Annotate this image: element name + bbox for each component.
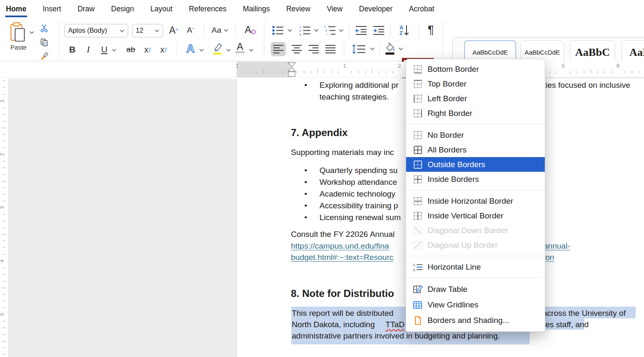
menu-item-diagonal-down-border: Diagonal Down Border — [406, 223, 545, 238]
menu-item-view-gridlines[interactable]: View Gridlines — [406, 297, 545, 312]
document-text[interactable]: • — [304, 176, 307, 188]
border-inside-horizontal-icon — [413, 196, 423, 206]
border-none-icon — [413, 130, 423, 140]
document-text[interactable]: Supporting materials may inc — [291, 147, 394, 158]
svg-text:A: A — [413, 268, 415, 272]
menu-item-label: Right Border — [428, 109, 472, 118]
document-text[interactable]: ties focused on inclusive — [544, 79, 630, 91]
document-text[interactable]: teaching strategies. — [319, 91, 389, 102]
menu-item-inside-borders[interactable]: Inside Borders — [406, 172, 545, 186]
menu-item-label: Diagonal Up Border — [428, 241, 498, 250]
border-top-icon — [413, 79, 423, 89]
document-text[interactable]: administrative partners involved in budg… — [292, 330, 500, 341]
menu-item-label: Outside Borders — [428, 160, 485, 169]
menu-separator — [406, 190, 545, 190]
menu-item-bottom-border[interactable]: Bottom Border — [406, 62, 545, 76]
document-text[interactable]: Workshop attendance — [319, 176, 397, 188]
document-heading[interactable]: 7. Appendix — [291, 126, 348, 139]
document-text[interactable]: North Dakota, including — [292, 319, 377, 330]
indent-markers[interactable] — [286, 62, 298, 78]
menu-item-outside-borders[interactable]: Outside Borders — [406, 157, 545, 172]
border-right-icon — [413, 108, 423, 118]
menu-item-top-border[interactable]: Top Border — [406, 76, 545, 91]
menu-item-left-border[interactable]: Left Border — [406, 91, 545, 106]
draw-table-icon — [413, 284, 423, 294]
word-window: HomeInsertDrawDesignLayoutReferencesMail… — [0, 0, 644, 357]
menu-separator — [406, 124, 545, 124]
menu-item-label: Inside Vertical Border — [428, 211, 504, 220]
document-hyperlink[interactable]: annual- — [544, 240, 570, 252]
menu-item-label: Bottom Border — [428, 65, 479, 74]
menu-item-label: Inside Horizontal Border — [428, 197, 513, 206]
document-text[interactable]: Quarterly spending su — [319, 165, 398, 176]
document-heading[interactable]: 8. Note for Distributio — [291, 287, 394, 300]
document-text[interactable]: TTaD — [385, 319, 404, 330]
document-text[interactable]: • — [304, 188, 307, 200]
menu-item-label: View Gridlines — [428, 300, 478, 310]
menu-item-label: Horizontal Line — [428, 262, 481, 272]
hanging-indent-marker — [288, 67, 296, 71]
border-inside-icon — [413, 174, 423, 184]
menu-item-all-borders[interactable]: All Borders — [406, 142, 545, 157]
document-text[interactable]: • — [304, 212, 307, 223]
document-text[interactable]: Academic technology — [319, 188, 396, 200]
menu-item-no-border[interactable]: No Border — [406, 128, 545, 142]
document-text[interactable]: This report will be distributed — [292, 307, 393, 319]
document-text[interactable]: Exploring additional pr — [319, 79, 399, 91]
border-left-icon — [413, 94, 423, 104]
menu-item-label: Diagonal Down Border — [428, 226, 508, 235]
horizontal-line-icon: A A — [413, 262, 423, 272]
border-diagonal-up-icon — [413, 240, 423, 250]
menu-item-label: Inside Borders — [428, 175, 479, 184]
borders-shading-icon — [413, 315, 423, 326]
menu-separator — [406, 278, 545, 278]
menu-item-label: Left Border — [428, 94, 467, 103]
menu-item-label: All Borders — [428, 145, 467, 155]
border-inside-vertical-icon — [413, 211, 423, 221]
first-line-indent-marker — [288, 63, 296, 67]
menu-item-right-border[interactable]: Right Border — [406, 106, 545, 121]
border-outside-icon — [413, 160, 423, 170]
document-text[interactable]: Consult the FY 22026 Annual — [291, 228, 395, 240]
left-indent-marker — [288, 72, 295, 76]
view-gridlines-icon — [413, 300, 423, 310]
border-all-icon — [413, 145, 423, 155]
menu-item-horizontal-line[interactable]: A A Horizontal Line — [406, 260, 545, 274]
document-text[interactable]: Accessibility training p — [319, 200, 398, 211]
menu-separator — [406, 256, 545, 256]
menu-item-diagonal-up-border: Diagonal Up Border — [406, 238, 545, 252]
document-text[interactable]: • — [304, 79, 307, 91]
menu-item-label: No Border — [428, 131, 464, 140]
document-text[interactable]: • — [304, 200, 307, 211]
menu-item-label: Top Border — [428, 79, 467, 89]
document-hyperlink[interactable]: budget.html#:~:text=Resourc — [291, 252, 393, 263]
document-hyperlink[interactable]: https://campus.und.edu/fina — [291, 240, 389, 252]
menu-item-label: Borders and Shading... — [428, 316, 509, 325]
document-text[interactable]: ies staff, and — [544, 319, 589, 330]
document-text[interactable]: Licensing renewal sum — [319, 212, 401, 223]
border-diagonal-down-icon — [413, 226, 423, 236]
borders-dropdown-menu: Bottom BorderTop BorderLeft BorderRight … — [406, 59, 545, 332]
menu-item-borders-and-shading[interactable]: Borders and Shading... — [406, 312, 545, 328]
border-bottom-icon — [413, 64, 423, 74]
menu-item-inside-vertical-border[interactable]: Inside Vertical Border — [406, 208, 545, 223]
document-page[interactable]: •Exploring additional prties focused on … — [0, 0, 644, 357]
menu-item-label: Draw Table — [428, 285, 467, 294]
menu-item-draw-table[interactable]: Draw Table — [406, 281, 545, 297]
document-text[interactable]: across the University of — [543, 307, 626, 319]
svg-text:A: A — [413, 263, 415, 267]
menu-item-inside-horizontal-border[interactable]: Inside Horizontal Border — [406, 194, 545, 208]
document-text[interactable]: • — [304, 165, 307, 176]
